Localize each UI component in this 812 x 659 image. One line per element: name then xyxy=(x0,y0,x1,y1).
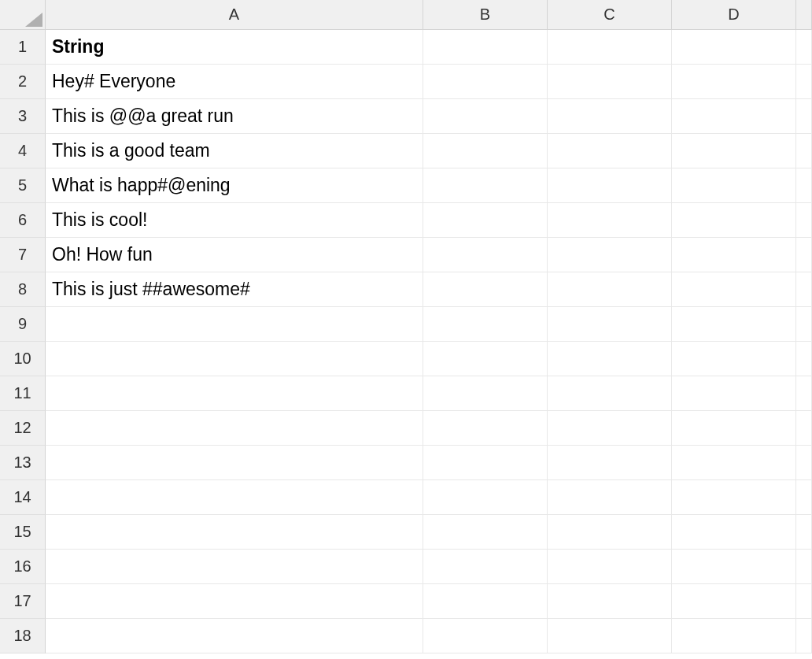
row-header-8[interactable]: 8 xyxy=(0,272,46,307)
row-header-17[interactable]: 17 xyxy=(0,584,46,619)
cell-B16[interactable] xyxy=(423,550,548,584)
row-header-2[interactable]: 2 xyxy=(0,65,46,99)
cell-D9[interactable] xyxy=(672,307,796,342)
cell-E2[interactable] xyxy=(796,65,812,99)
cell-D8[interactable] xyxy=(672,272,796,307)
row-header-18[interactable]: 18 xyxy=(0,619,46,653)
cell-B8[interactable] xyxy=(423,272,548,307)
col-header-B[interactable]: B xyxy=(423,0,548,30)
cell-A9[interactable] xyxy=(46,307,423,342)
cell-D13[interactable] xyxy=(672,446,796,480)
cell-B11[interactable] xyxy=(423,376,548,411)
cell-A16[interactable] xyxy=(46,550,423,584)
cell-C14[interactable] xyxy=(548,480,672,515)
cell-D2[interactable] xyxy=(672,65,796,99)
cell-E10[interactable] xyxy=(796,342,812,376)
row-header-16[interactable]: 16 xyxy=(0,550,46,584)
cell-B17[interactable] xyxy=(423,584,548,619)
cell-C12[interactable] xyxy=(548,411,672,446)
cell-B18[interactable] xyxy=(423,619,548,653)
cell-E12[interactable] xyxy=(796,411,812,446)
cell-D16[interactable] xyxy=(672,550,796,584)
cell-B3[interactable] xyxy=(423,99,548,134)
cell-B12[interactable] xyxy=(423,411,548,446)
row-header-9[interactable]: 9 xyxy=(0,307,46,342)
cell-C18[interactable] xyxy=(548,619,672,653)
cell-E17[interactable] xyxy=(796,584,812,619)
cell-A7[interactable]: Oh! How fun xyxy=(46,238,423,272)
cell-C5[interactable] xyxy=(548,168,672,203)
cell-C1[interactable] xyxy=(548,30,672,65)
select-all-corner[interactable] xyxy=(0,0,46,30)
col-header-A[interactable]: A xyxy=(46,0,423,30)
cell-D18[interactable] xyxy=(672,619,796,653)
row-header-12[interactable]: 12 xyxy=(0,411,46,446)
row-header-4[interactable]: 4 xyxy=(0,134,46,168)
cell-A2[interactable]: Hey# Everyone xyxy=(46,65,423,99)
cell-A13[interactable] xyxy=(46,446,423,480)
row-header-6[interactable]: 6 xyxy=(0,203,46,238)
cell-A8[interactable]: This is just ##awesome# xyxy=(46,272,423,307)
row-header-3[interactable]: 3 xyxy=(0,99,46,134)
cell-D12[interactable] xyxy=(672,411,796,446)
cell-E8[interactable] xyxy=(796,272,812,307)
cell-E11[interactable] xyxy=(796,376,812,411)
cell-B10[interactable] xyxy=(423,342,548,376)
cell-A5[interactable]: What is happ#@ening xyxy=(46,168,423,203)
row-header-11[interactable]: 11 xyxy=(0,376,46,411)
cell-B1[interactable] xyxy=(423,30,548,65)
cell-A15[interactable] xyxy=(46,515,423,550)
row-header-15[interactable]: 15 xyxy=(0,515,46,550)
cell-E3[interactable] xyxy=(796,99,812,134)
cell-A6[interactable]: This is cool! xyxy=(46,203,423,238)
cell-E7[interactable] xyxy=(796,238,812,272)
row-header-13[interactable]: 13 xyxy=(0,446,46,480)
cell-C16[interactable] xyxy=(548,550,672,584)
cell-C13[interactable] xyxy=(548,446,672,480)
col-header-C[interactable]: C xyxy=(548,0,672,30)
cell-C4[interactable] xyxy=(548,134,672,168)
row-header-14[interactable]: 14 xyxy=(0,480,46,515)
cell-C6[interactable] xyxy=(548,203,672,238)
cell-A10[interactable] xyxy=(46,342,423,376)
cell-C3[interactable] xyxy=(548,99,672,134)
cell-D6[interactable] xyxy=(672,203,796,238)
cell-D11[interactable] xyxy=(672,376,796,411)
cell-A14[interactable] xyxy=(46,480,423,515)
cell-D5[interactable] xyxy=(672,168,796,203)
cell-E13[interactable] xyxy=(796,446,812,480)
row-header-7[interactable]: 7 xyxy=(0,238,46,272)
cell-A3[interactable]: This is @@a great run xyxy=(46,99,423,134)
cell-A1[interactable]: String xyxy=(46,30,423,65)
row-header-1[interactable]: 1 xyxy=(0,30,46,65)
cell-A17[interactable] xyxy=(46,584,423,619)
cell-A18[interactable] xyxy=(46,619,423,653)
cell-C9[interactable] xyxy=(548,307,672,342)
row-header-10[interactable]: 10 xyxy=(0,342,46,376)
cell-D3[interactable] xyxy=(672,99,796,134)
cell-B13[interactable] xyxy=(423,446,548,480)
cell-B6[interactable] xyxy=(423,203,548,238)
cell-C7[interactable] xyxy=(548,238,672,272)
cell-C8[interactable] xyxy=(548,272,672,307)
cell-B14[interactable] xyxy=(423,480,548,515)
cell-C15[interactable] xyxy=(548,515,672,550)
cell-B15[interactable] xyxy=(423,515,548,550)
cell-D7[interactable] xyxy=(672,238,796,272)
cell-E16[interactable] xyxy=(796,550,812,584)
cell-C2[interactable] xyxy=(548,65,672,99)
cell-C11[interactable] xyxy=(548,376,672,411)
cell-D1[interactable] xyxy=(672,30,796,65)
cell-A11[interactable] xyxy=(46,376,423,411)
cell-E14[interactable] xyxy=(796,480,812,515)
cell-E18[interactable] xyxy=(796,619,812,653)
cell-E9[interactable] xyxy=(796,307,812,342)
cell-E6[interactable] xyxy=(796,203,812,238)
cell-A4[interactable]: This is a good team xyxy=(46,134,423,168)
cell-B7[interactable] xyxy=(423,238,548,272)
cell-E15[interactable] xyxy=(796,515,812,550)
cell-B9[interactable] xyxy=(423,307,548,342)
row-header-5[interactable]: 5 xyxy=(0,168,46,203)
cell-C10[interactable] xyxy=(548,342,672,376)
cell-D14[interactable] xyxy=(672,480,796,515)
